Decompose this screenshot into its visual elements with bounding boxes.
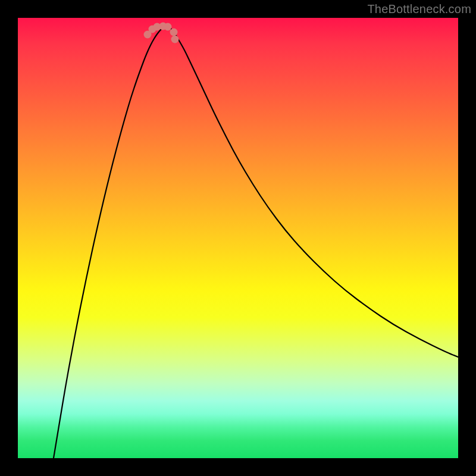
valley-dots [144, 23, 179, 43]
left-curve [54, 27, 164, 458]
valley-dot [171, 36, 179, 43]
valley-dot [170, 29, 178, 36]
right-curve [170, 27, 458, 357]
chart-frame: TheBottleneck.com [0, 0, 476, 476]
watermark-label: TheBottleneck.com [367, 2, 471, 16]
plot-area [18, 18, 458, 458]
curve-layer [18, 18, 458, 458]
valley-dot [164, 23, 172, 31]
